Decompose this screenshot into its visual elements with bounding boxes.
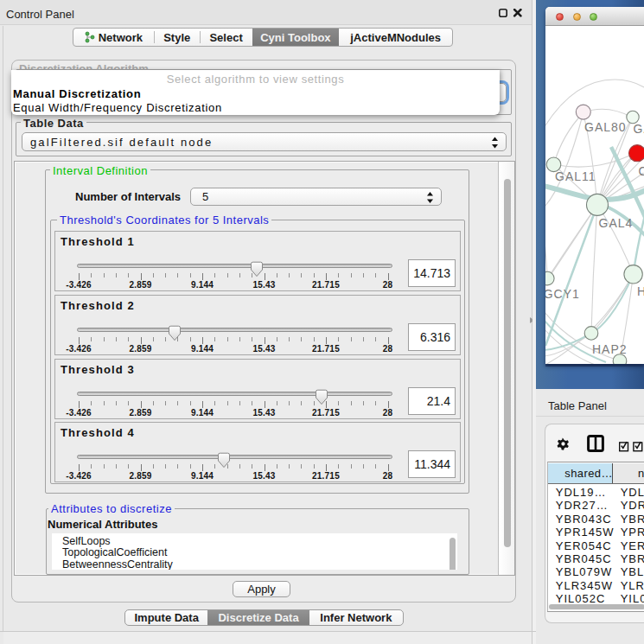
svg-text:GAL4: GAL4	[599, 216, 634, 230]
svg-text:GAL80: GAL80	[584, 120, 627, 134]
svg-text:HAP2: HAP2	[592, 342, 628, 356]
svg-text:H: H	[637, 284, 644, 298]
svg-text:C: C	[639, 164, 644, 178]
svg-text:GAL11: GAL11	[555, 169, 596, 183]
svg-text:GA: GA	[634, 122, 644, 136]
svg-text:GCY1: GCY1	[545, 287, 580, 301]
